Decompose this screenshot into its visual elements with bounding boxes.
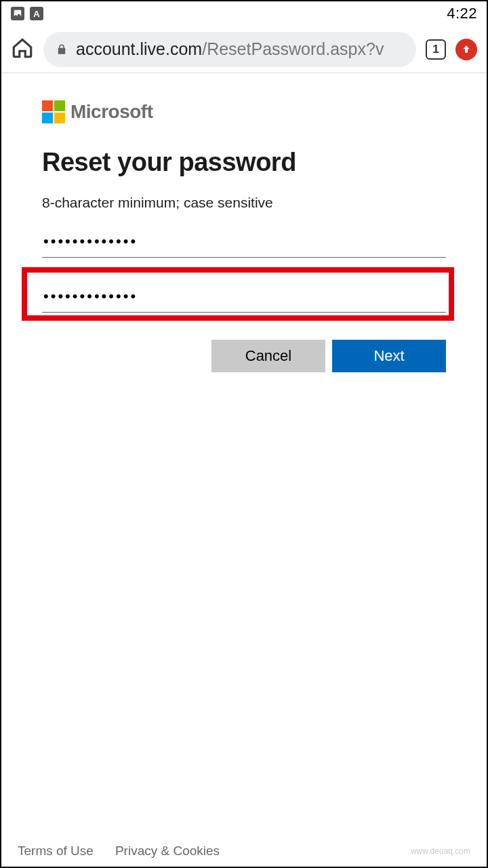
- address-bar[interactable]: account.live.com/ResetPassword.aspx?v: [43, 32, 416, 67]
- page-content: Microsoft Reset your password 8-characte…: [1, 73, 487, 372]
- page-title: Reset your password: [42, 148, 446, 177]
- tab-count-value: 1: [432, 43, 439, 56]
- url-path: /ResetPassword.aspx?v: [202, 39, 384, 58]
- browser-toolbar: account.live.com/ResetPassword.aspx?v 1: [1, 26, 487, 73]
- microsoft-logo-icon: [42, 100, 65, 123]
- text-notification-icon: A: [30, 7, 43, 20]
- password-hint: 8-character minimum; case sensitive: [42, 195, 446, 211]
- terms-link[interactable]: Terms of Use: [18, 844, 94, 859]
- new-password-input[interactable]: [42, 226, 446, 258]
- next-button[interactable]: Next: [332, 340, 446, 372]
- microsoft-logo: Microsoft: [42, 100, 446, 123]
- update-icon[interactable]: [455, 39, 477, 60]
- tab-switcher[interactable]: 1: [426, 39, 446, 60]
- privacy-link[interactable]: Privacy & Cookies: [115, 844, 220, 859]
- microsoft-wordmark: Microsoft: [70, 101, 153, 123]
- footer: Terms of Use Privacy & Cookies www.deuaq…: [18, 844, 470, 859]
- status-bar: A 4:22: [1, 1, 487, 26]
- confirm-password-input[interactable]: [42, 281, 446, 313]
- url-host: account.live.com: [76, 39, 202, 58]
- url-text: account.live.com/ResetPassword.aspx?v: [76, 39, 384, 59]
- status-icons: A: [11, 7, 43, 20]
- cancel-button[interactable]: Cancel: [211, 340, 325, 372]
- watermark: www.deuaq.com: [411, 846, 470, 856]
- clock: 4:22: [447, 5, 477, 22]
- home-icon[interactable]: [11, 37, 34, 62]
- lock-icon: [56, 43, 68, 56]
- image-notification-icon: [11, 7, 24, 20]
- button-row: Cancel Next: [42, 340, 446, 372]
